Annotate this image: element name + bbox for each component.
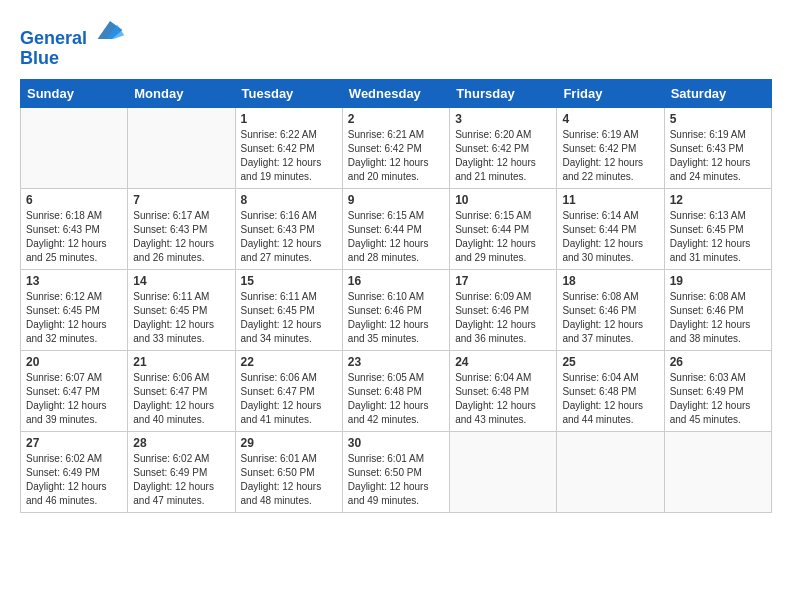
day-info: Sunrise: 6:12 AM Sunset: 6:45 PM Dayligh… xyxy=(26,290,122,346)
day-info: Sunrise: 6:15 AM Sunset: 6:44 PM Dayligh… xyxy=(348,209,444,265)
calendar-cell: 11Sunrise: 6:14 AM Sunset: 6:44 PM Dayli… xyxy=(557,188,664,269)
calendar-cell: 18Sunrise: 6:08 AM Sunset: 6:46 PM Dayli… xyxy=(557,269,664,350)
day-info: Sunrise: 6:04 AM Sunset: 6:48 PM Dayligh… xyxy=(562,371,658,427)
day-number: 3 xyxy=(455,112,551,126)
day-info: Sunrise: 6:22 AM Sunset: 6:42 PM Dayligh… xyxy=(241,128,337,184)
day-info: Sunrise: 6:21 AM Sunset: 6:42 PM Dayligh… xyxy=(348,128,444,184)
weekday-header-monday: Monday xyxy=(128,79,235,107)
day-number: 30 xyxy=(348,436,444,450)
day-number: 26 xyxy=(670,355,766,369)
day-info: Sunrise: 6:19 AM Sunset: 6:43 PM Dayligh… xyxy=(670,128,766,184)
calendar-cell: 12Sunrise: 6:13 AM Sunset: 6:45 PM Dayli… xyxy=(664,188,771,269)
logo-text: General xyxy=(20,16,126,49)
day-number: 21 xyxy=(133,355,229,369)
day-info: Sunrise: 6:14 AM Sunset: 6:44 PM Dayligh… xyxy=(562,209,658,265)
weekday-header-tuesday: Tuesday xyxy=(235,79,342,107)
calendar-cell: 16Sunrise: 6:10 AM Sunset: 6:46 PM Dayli… xyxy=(342,269,449,350)
day-info: Sunrise: 6:03 AM Sunset: 6:49 PM Dayligh… xyxy=(670,371,766,427)
calendar-cell: 3Sunrise: 6:20 AM Sunset: 6:42 PM Daylig… xyxy=(450,107,557,188)
calendar-cell xyxy=(128,107,235,188)
day-info: Sunrise: 6:06 AM Sunset: 6:47 PM Dayligh… xyxy=(241,371,337,427)
day-number: 5 xyxy=(670,112,766,126)
day-number: 9 xyxy=(348,193,444,207)
calendar-cell: 20Sunrise: 6:07 AM Sunset: 6:47 PM Dayli… xyxy=(21,350,128,431)
day-info: Sunrise: 6:02 AM Sunset: 6:49 PM Dayligh… xyxy=(26,452,122,508)
calendar-week-3: 13Sunrise: 6:12 AM Sunset: 6:45 PM Dayli… xyxy=(21,269,772,350)
calendar-cell: 26Sunrise: 6:03 AM Sunset: 6:49 PM Dayli… xyxy=(664,350,771,431)
calendar-cell: 30Sunrise: 6:01 AM Sunset: 6:50 PM Dayli… xyxy=(342,431,449,512)
calendar-week-4: 20Sunrise: 6:07 AM Sunset: 6:47 PM Dayli… xyxy=(21,350,772,431)
day-info: Sunrise: 6:07 AM Sunset: 6:47 PM Dayligh… xyxy=(26,371,122,427)
day-info: Sunrise: 6:08 AM Sunset: 6:46 PM Dayligh… xyxy=(670,290,766,346)
day-info: Sunrise: 6:13 AM Sunset: 6:45 PM Dayligh… xyxy=(670,209,766,265)
day-info: Sunrise: 6:01 AM Sunset: 6:50 PM Dayligh… xyxy=(241,452,337,508)
day-number: 23 xyxy=(348,355,444,369)
day-info: Sunrise: 6:04 AM Sunset: 6:48 PM Dayligh… xyxy=(455,371,551,427)
weekday-header-thursday: Thursday xyxy=(450,79,557,107)
calendar-cell: 14Sunrise: 6:11 AM Sunset: 6:45 PM Dayli… xyxy=(128,269,235,350)
day-number: 20 xyxy=(26,355,122,369)
calendar-week-1: 1Sunrise: 6:22 AM Sunset: 6:42 PM Daylig… xyxy=(21,107,772,188)
day-info: Sunrise: 6:17 AM Sunset: 6:43 PM Dayligh… xyxy=(133,209,229,265)
day-info: Sunrise: 6:20 AM Sunset: 6:42 PM Dayligh… xyxy=(455,128,551,184)
page: General Blue SundayMondayTuesdayWed xyxy=(0,0,792,612)
day-info: Sunrise: 6:08 AM Sunset: 6:46 PM Dayligh… xyxy=(562,290,658,346)
day-number: 12 xyxy=(670,193,766,207)
day-number: 15 xyxy=(241,274,337,288)
day-info: Sunrise: 6:10 AM Sunset: 6:46 PM Dayligh… xyxy=(348,290,444,346)
day-number: 27 xyxy=(26,436,122,450)
day-info: Sunrise: 6:19 AM Sunset: 6:42 PM Dayligh… xyxy=(562,128,658,184)
logo-blue-text: Blue xyxy=(20,49,126,69)
day-info: Sunrise: 6:05 AM Sunset: 6:48 PM Dayligh… xyxy=(348,371,444,427)
day-info: Sunrise: 6:15 AM Sunset: 6:44 PM Dayligh… xyxy=(455,209,551,265)
calendar-cell: 28Sunrise: 6:02 AM Sunset: 6:49 PM Dayli… xyxy=(128,431,235,512)
day-number: 8 xyxy=(241,193,337,207)
calendar-cell: 13Sunrise: 6:12 AM Sunset: 6:45 PM Dayli… xyxy=(21,269,128,350)
calendar-cell: 24Sunrise: 6:04 AM Sunset: 6:48 PM Dayli… xyxy=(450,350,557,431)
day-number: 1 xyxy=(241,112,337,126)
logo-icon xyxy=(94,16,126,44)
calendar-cell: 27Sunrise: 6:02 AM Sunset: 6:49 PM Dayli… xyxy=(21,431,128,512)
day-number: 7 xyxy=(133,193,229,207)
calendar-cell: 2Sunrise: 6:21 AM Sunset: 6:42 PM Daylig… xyxy=(342,107,449,188)
weekday-header-saturday: Saturday xyxy=(664,79,771,107)
day-number: 19 xyxy=(670,274,766,288)
calendar-cell: 17Sunrise: 6:09 AM Sunset: 6:46 PM Dayli… xyxy=(450,269,557,350)
day-number: 22 xyxy=(241,355,337,369)
calendar-cell: 23Sunrise: 6:05 AM Sunset: 6:48 PM Dayli… xyxy=(342,350,449,431)
calendar-cell: 9Sunrise: 6:15 AM Sunset: 6:44 PM Daylig… xyxy=(342,188,449,269)
calendar-cell xyxy=(21,107,128,188)
day-number: 2 xyxy=(348,112,444,126)
day-number: 18 xyxy=(562,274,658,288)
calendar-cell: 19Sunrise: 6:08 AM Sunset: 6:46 PM Dayli… xyxy=(664,269,771,350)
calendar-cell: 7Sunrise: 6:17 AM Sunset: 6:43 PM Daylig… xyxy=(128,188,235,269)
day-info: Sunrise: 6:02 AM Sunset: 6:49 PM Dayligh… xyxy=(133,452,229,508)
day-number: 11 xyxy=(562,193,658,207)
calendar-cell: 29Sunrise: 6:01 AM Sunset: 6:50 PM Dayli… xyxy=(235,431,342,512)
calendar-cell xyxy=(664,431,771,512)
day-info: Sunrise: 6:09 AM Sunset: 6:46 PM Dayligh… xyxy=(455,290,551,346)
day-number: 24 xyxy=(455,355,551,369)
weekday-header-friday: Friday xyxy=(557,79,664,107)
calendar-cell: 21Sunrise: 6:06 AM Sunset: 6:47 PM Dayli… xyxy=(128,350,235,431)
day-number: 29 xyxy=(241,436,337,450)
weekday-header-row: SundayMondayTuesdayWednesdayThursdayFrid… xyxy=(21,79,772,107)
calendar-cell xyxy=(557,431,664,512)
header: General Blue xyxy=(20,16,772,69)
day-info: Sunrise: 6:11 AM Sunset: 6:45 PM Dayligh… xyxy=(133,290,229,346)
calendar-cell: 5Sunrise: 6:19 AM Sunset: 6:43 PM Daylig… xyxy=(664,107,771,188)
day-info: Sunrise: 6:01 AM Sunset: 6:50 PM Dayligh… xyxy=(348,452,444,508)
day-number: 17 xyxy=(455,274,551,288)
day-number: 28 xyxy=(133,436,229,450)
calendar-week-5: 27Sunrise: 6:02 AM Sunset: 6:49 PM Dayli… xyxy=(21,431,772,512)
day-number: 6 xyxy=(26,193,122,207)
calendar-cell: 6Sunrise: 6:18 AM Sunset: 6:43 PM Daylig… xyxy=(21,188,128,269)
calendar-cell xyxy=(450,431,557,512)
calendar-cell: 8Sunrise: 6:16 AM Sunset: 6:43 PM Daylig… xyxy=(235,188,342,269)
calendar-table: SundayMondayTuesdayWednesdayThursdayFrid… xyxy=(20,79,772,513)
weekday-header-wednesday: Wednesday xyxy=(342,79,449,107)
day-info: Sunrise: 6:11 AM Sunset: 6:45 PM Dayligh… xyxy=(241,290,337,346)
calendar-cell: 15Sunrise: 6:11 AM Sunset: 6:45 PM Dayli… xyxy=(235,269,342,350)
day-info: Sunrise: 6:06 AM Sunset: 6:47 PM Dayligh… xyxy=(133,371,229,427)
day-number: 16 xyxy=(348,274,444,288)
